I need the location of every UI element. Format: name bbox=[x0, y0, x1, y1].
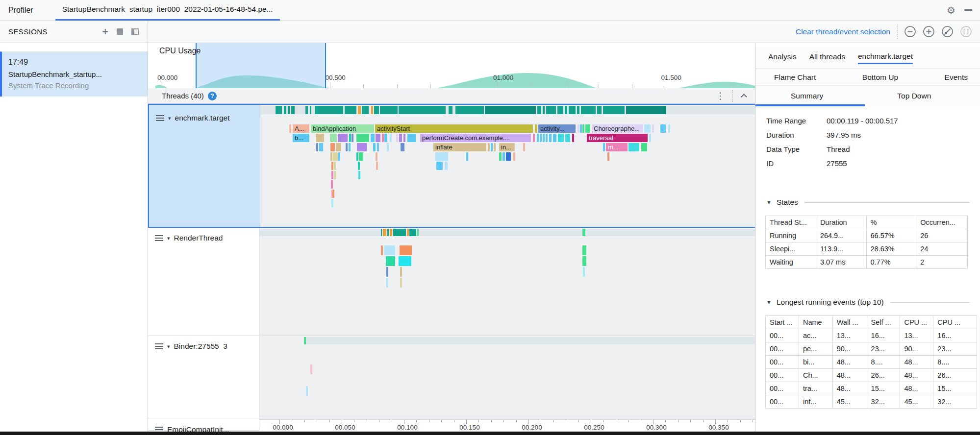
trace-event-segment[interactable] bbox=[537, 134, 539, 142]
trace-event-segment[interactable] bbox=[331, 171, 333, 179]
trace-event-segment[interactable] bbox=[387, 143, 389, 151]
trace-event-segment[interactable] bbox=[376, 134, 380, 142]
trace-event-segment[interactable] bbox=[384, 245, 395, 255]
drag-handle-icon[interactable] bbox=[155, 235, 163, 241]
states-section-header[interactable]: ▼ States bbox=[766, 198, 970, 207]
trace-event-segment[interactable] bbox=[310, 364, 312, 374]
trace-event-segment[interactable] bbox=[582, 256, 586, 266]
trace-event-segment[interactable] bbox=[499, 152, 502, 161]
cpu-usage-panel[interactable]: CPU Usage 00.00000.50001.00001.500 bbox=[148, 43, 755, 88]
zoom-to-selection-icon[interactable] bbox=[960, 25, 972, 38]
trace-event-segment[interactable] bbox=[399, 134, 402, 142]
trace-event-segment[interactable] bbox=[582, 245, 586, 255]
drag-handle-icon[interactable] bbox=[155, 427, 163, 432]
events-section-header[interactable]: ▼ Longest running events (top 10) bbox=[766, 298, 970, 307]
thread-track[interactable] bbox=[259, 228, 755, 336]
trace-event-segment[interactable] bbox=[553, 134, 556, 142]
trace-event-segment[interactable] bbox=[357, 143, 367, 151]
trace-event-segment[interactable] bbox=[466, 152, 468, 161]
zoom-in-icon[interactable] bbox=[923, 25, 935, 38]
trace-event-segment[interactable] bbox=[400, 267, 402, 277]
thread-row-renderthread[interactable]: ▾RenderThread bbox=[148, 228, 755, 336]
minimize-icon[interactable] bbox=[964, 9, 972, 11]
trace-event-segment[interactable] bbox=[330, 152, 332, 161]
trace-event-segment[interactable] bbox=[503, 152, 505, 161]
stop-recording-icon[interactable] bbox=[117, 28, 123, 35]
trace-event-segment[interactable] bbox=[533, 134, 535, 142]
reset-zoom-icon[interactable] bbox=[941, 25, 954, 38]
table-row[interactable]: 00...pe...90...23...90...23... bbox=[766, 342, 977, 356]
trace-event-segment[interactable] bbox=[382, 134, 384, 142]
trace-event-segment[interactable] bbox=[580, 124, 582, 133]
expand-caret-icon[interactable]: ▾ bbox=[168, 115, 171, 121]
trace-event-segment[interactable] bbox=[436, 162, 443, 170]
trace-event-segment[interactable] bbox=[390, 134, 392, 142]
collapse-panel-icon[interactable] bbox=[131, 28, 139, 35]
session-tab[interactable]: StartupBenchmark_startup_iter000_2022-01… bbox=[55, 0, 280, 21]
trace-event-segment[interactable] bbox=[652, 124, 654, 133]
column-header[interactable]: Name bbox=[799, 316, 832, 329]
thread-track[interactable]: A...bindApplicationactivityStartactivity… bbox=[260, 105, 755, 227]
trace-event-segment[interactable] bbox=[535, 124, 537, 133]
thread-row-enchmark-target[interactable]: ▾enchmark.targetA...bindApplicationactiv… bbox=[148, 104, 755, 228]
trace-event-segment[interactable] bbox=[349, 134, 351, 142]
trace-event-segment[interactable] bbox=[356, 152, 358, 161]
trace-event-segment[interactable] bbox=[356, 134, 369, 142]
trace-event-segment[interactable] bbox=[386, 256, 395, 266]
column-header[interactable]: CPU ... bbox=[933, 316, 977, 329]
tab-top-down[interactable]: Top Down bbox=[897, 92, 931, 100]
table-row[interactable]: Waiting3.07 ms0.77%2 bbox=[766, 256, 968, 269]
tab-all-threads[interactable]: All threads bbox=[809, 52, 845, 63]
drag-handle-icon[interactable] bbox=[155, 343, 163, 349]
trace-event-segment[interactable] bbox=[331, 162, 333, 170]
trace-event-segment[interactable] bbox=[316, 134, 324, 142]
tab-flame-chart[interactable]: Flame Chart bbox=[774, 73, 816, 82]
trace-event-segment[interactable] bbox=[338, 152, 340, 161]
tab-bottom-up[interactable]: Bottom Up bbox=[862, 73, 898, 82]
trace-event-segment[interactable] bbox=[333, 152, 338, 161]
column-header[interactable]: Occurren... bbox=[916, 216, 968, 229]
drag-handle-icon[interactable] bbox=[156, 115, 164, 121]
trace-event-segment[interactable] bbox=[338, 134, 348, 142]
column-header[interactable]: Duration bbox=[816, 216, 866, 229]
trace-event-segment[interactable] bbox=[346, 143, 348, 151]
trace-event-b-[interactable]: b... bbox=[293, 134, 309, 142]
trace-event-segment[interactable] bbox=[332, 190, 334, 198]
trace-event-segment[interactable] bbox=[435, 152, 448, 161]
trace-event-segment[interactable] bbox=[565, 134, 570, 142]
trace-event-in-[interactable]: in... bbox=[499, 143, 515, 151]
zoom-out-icon[interactable] bbox=[904, 25, 916, 38]
trace-event-segment[interactable] bbox=[384, 134, 387, 142]
trace-event-activitystart[interactable]: activityStart bbox=[375, 124, 533, 133]
table-row[interactable]: 00...tra...48...15...48...15... bbox=[766, 382, 977, 395]
trace-event-segment[interactable] bbox=[549, 134, 552, 142]
cpu-range-selection[interactable] bbox=[196, 43, 326, 88]
table-row[interactable]: 00...bi...48...8....48...8.... bbox=[766, 356, 977, 369]
trace-event-segment[interactable] bbox=[336, 143, 341, 151]
trace-event-segment[interactable] bbox=[371, 134, 375, 142]
tab-analysis[interactable]: Analysis bbox=[768, 52, 797, 63]
trace-event-segment[interactable] bbox=[641, 143, 647, 151]
trace-event-segment[interactable] bbox=[407, 134, 416, 142]
column-header[interactable]: Self ... bbox=[867, 316, 900, 329]
trace-event-segment[interactable] bbox=[400, 278, 402, 288]
column-header[interactable]: % bbox=[866, 216, 916, 229]
trace-event-segment[interactable] bbox=[352, 134, 353, 142]
trace-event-segment[interactable] bbox=[494, 143, 496, 151]
trace-event-segment[interactable] bbox=[543, 134, 545, 142]
trace-event-segment[interactable] bbox=[546, 134, 548, 142]
trace-event-segment[interactable] bbox=[289, 124, 291, 133]
trace-event-segment[interactable] bbox=[331, 199, 333, 207]
trace-event-choreographe-[interactable]: Choreographe... bbox=[592, 124, 643, 133]
trace-event-segment[interactable] bbox=[373, 143, 376, 151]
column-header[interactable]: Start ... bbox=[766, 316, 799, 329]
trace-event-segment[interactable] bbox=[558, 134, 564, 142]
more-options-icon[interactable]: ⋮ bbox=[716, 91, 725, 100]
help-icon[interactable]: ? bbox=[208, 92, 217, 100]
gear-icon[interactable]: ⚙ bbox=[947, 5, 955, 15]
trace-event-segment[interactable] bbox=[523, 143, 525, 151]
trace-event-segment[interactable] bbox=[334, 171, 336, 179]
table-row[interactable]: Running264.9...66.57%26 bbox=[766, 229, 968, 242]
trace-event-segment[interactable] bbox=[401, 143, 404, 151]
trace-event-segment[interactable] bbox=[386, 267, 388, 277]
